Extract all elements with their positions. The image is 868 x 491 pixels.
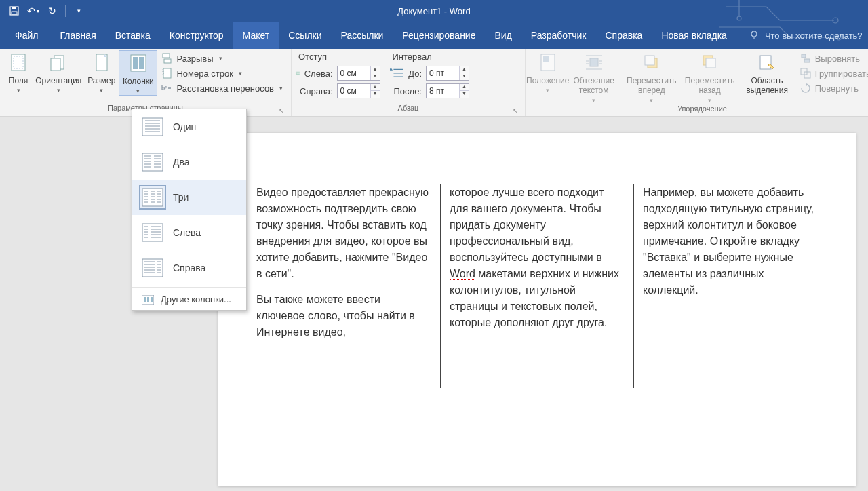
selection-pane-button[interactable]: Область выделения	[738, 50, 795, 96]
dialog-launcher-page-setup[interactable]: ⤡	[277, 107, 285, 115]
orientation-button[interactable]: Ориентация ▾	[33, 50, 84, 94]
columns-right[interactable]: Справа	[132, 250, 246, 286]
tab-help[interactable]: Справка	[595, 22, 652, 49]
orientation-icon	[47, 52, 69, 73]
svg-rect-27	[706, 58, 715, 68]
line-numbers-button[interactable]: 12 Номера строк▾	[157, 66, 287, 80]
selection-label: Область выделения	[742, 76, 791, 96]
page[interactable]: Видео предоставляет прекрасную возможнос…	[218, 133, 856, 486]
indent-right-label: Справа:	[300, 86, 333, 96]
svg-rect-28	[760, 56, 771, 69]
group-label-arrange: Упорядочение	[530, 104, 868, 116]
paragraph[interactable]: Видео предоставляет прекрасную возможнос…	[256, 184, 431, 282]
qat-customize[interactable]: ▾	[70, 2, 87, 20]
column-3[interactable]: Например, вы можете добавить подходящую …	[643, 184, 818, 388]
columns-more-label: Другие колонки...	[161, 294, 231, 305]
size-icon	[91, 52, 113, 73]
spin-down[interactable]: ▼	[371, 91, 380, 98]
group-button[interactable]: Группировать	[796, 66, 868, 80]
spacing-title: Интервал	[390, 50, 470, 64]
svg-rect-2	[12, 12, 17, 14]
tab-mailings[interactable]: Рассылки	[332, 22, 393, 49]
tab-developer[interactable]: Разработчик	[521, 22, 596, 49]
tab-view[interactable]: Вид	[485, 22, 521, 49]
paragraph[interactable]: Вы также можете ввести ключевое слово, ч…	[256, 292, 431, 340]
ribbon: Поля ▾ Ориентация ▾ Размер ▾ Колонки ▾	[0, 49, 868, 117]
title-bar: ↶▾ ↻ ▾ Документ1 - Word	[0, 0, 868, 22]
wrap-text-button[interactable]: Обтекание текстом▾	[566, 50, 621, 104]
document-area[interactable]: Видео предоставляет прекрасную возможнос…	[0, 117, 868, 491]
indent-right-input[interactable]: ▲▼	[337, 83, 380, 98]
dialog-launcher-paragraph[interactable]: ⤡	[511, 107, 519, 115]
space-after-input[interactable]: ▲▼	[426, 83, 469, 98]
redo-button[interactable]: ↻	[43, 2, 61, 20]
spin-up[interactable]: ▲	[460, 84, 469, 91]
paragraph[interactable]: которое лучше всего подходит для вашего …	[450, 184, 625, 331]
svg-rect-14	[139, 57, 144, 69]
wrap-label: Обтекание текстом	[570, 76, 617, 96]
save-button[interactable]	[5, 2, 23, 20]
svg-rect-30	[804, 59, 810, 62]
caret-icon: ▾	[239, 70, 242, 77]
svg-rect-22	[543, 56, 549, 62]
align-button[interactable]: Выровнять	[796, 52, 868, 65]
bring-forward-button[interactable]: Переместить вперед▾	[622, 50, 682, 104]
paragraph[interactable]: Например, вы можете добавить подходящую …	[643, 184, 818, 298]
spin-up[interactable]: ▲	[371, 66, 380, 73]
column-separator	[625, 184, 643, 388]
quick-access-toolbar: ↶▾ ↻ ▾	[0, 2, 87, 20]
columns-button[interactable]: Колонки ▾	[119, 50, 157, 96]
svg-rect-17	[163, 68, 171, 78]
spell-error[interactable]: Word	[450, 268, 475, 280]
caret-icon: ▾	[57, 87, 60, 94]
breaks-button[interactable]: Разрывы▾	[157, 52, 287, 65]
svg-rect-23	[590, 58, 598, 66]
rotate-button[interactable]: Повернуть	[796, 81, 868, 95]
backward-label: Переместить назад	[685, 76, 735, 96]
margins-button[interactable]: Поля ▾	[4, 50, 33, 94]
columns-one[interactable]: Один	[132, 109, 246, 144]
send-backward-button[interactable]: Переместить назад▾	[682, 50, 738, 104]
spin-down[interactable]: ▼	[460, 73, 469, 80]
space-before-input[interactable]: ▲▼	[426, 66, 469, 81]
tab-review[interactable]: Рецензирование	[393, 22, 485, 49]
tab-file[interactable]: Файл	[3, 22, 50, 49]
size-label: Размер	[87, 76, 115, 85]
forward-icon	[641, 52, 663, 73]
columns-two[interactable]: Два	[132, 144, 246, 180]
margins-label: Поля	[9, 76, 28, 85]
group-label-paragraph: Абзац ⤡	[296, 104, 521, 116]
spin-up[interactable]: ▲	[460, 66, 469, 73]
breaks-icon	[161, 53, 172, 64]
spin-down[interactable]: ▼	[371, 73, 380, 80]
spin-down[interactable]: ▼	[460, 91, 469, 98]
hyphenation-button[interactable]: bᶜ Расстановка переносов▾	[157, 81, 287, 95]
position-icon	[537, 52, 559, 73]
spin-up[interactable]: ▲	[371, 84, 380, 91]
three-col-icon	[142, 188, 163, 207]
tab-home[interactable]: Главная	[50, 22, 105, 49]
columns-two-label: Два	[173, 157, 190, 168]
columns-three[interactable]: Три	[132, 180, 246, 215]
columns-left[interactable]: Слева	[132, 215, 246, 250]
align-label: Выровнять	[815, 54, 860, 64]
tab-references[interactable]: Ссылки	[279, 22, 331, 49]
position-button[interactable]: Положение▾	[530, 50, 566, 94]
tab-layout[interactable]: Макет	[233, 22, 279, 49]
columns-more[interactable]: Другие колонки...	[132, 289, 246, 310]
columns-dropdown: Один Два Три Слева Справа Другие колонки…	[132, 109, 247, 311]
svg-text:bᶜ: bᶜ	[161, 85, 167, 92]
column-2[interactable]: которое лучше всего подходит для вашего …	[450, 184, 625, 388]
line-numbers-label: Номера строк	[176, 68, 233, 79]
size-button[interactable]: Размер ▾	[84, 50, 119, 94]
space-after-label: После:	[394, 86, 422, 96]
svg-rect-15	[163, 54, 170, 58]
indent-left-input[interactable]: ▲▼	[337, 66, 380, 81]
tab-design[interactable]: Конструктор	[160, 22, 233, 49]
wrap-icon	[583, 52, 605, 73]
svg-rect-10	[51, 58, 60, 71]
columns-three-label: Три	[173, 192, 189, 203]
undo-button[interactable]: ↶▾	[24, 2, 42, 20]
column-1[interactable]: Видео предоставляет прекрасную возможнос…	[256, 184, 431, 388]
tab-insert[interactable]: Вставка	[106, 22, 160, 49]
